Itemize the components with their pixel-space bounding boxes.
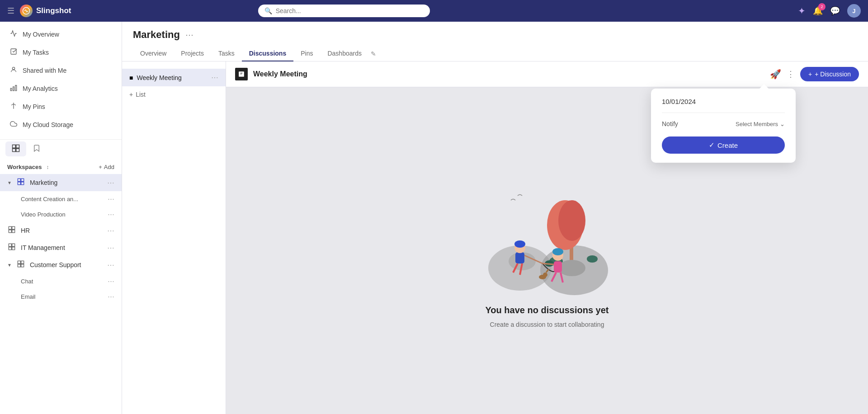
discussion-item-label: Weekly Meeting [137, 74, 208, 81]
svg-rect-5 [15, 85, 17, 91]
svg-rect-15 [12, 226, 15, 229]
svg-rect-3 [10, 88, 12, 90]
add-label: Add [104, 164, 114, 170]
chevron-down-icon: ⌄ [780, 121, 785, 127]
discussion-view-icon [235, 68, 248, 80]
workspace-topbar: Marketing ⋯ Overview Projects Tasks Disc… [122, 22, 868, 61]
ai-icon[interactable]: ✦ [798, 5, 806, 16]
chevron-down-icon: ▼ [7, 180, 12, 185]
popup-create-button[interactable]: ✓ Create [662, 136, 785, 154]
workspace-more-it[interactable]: ⋯ [107, 244, 114, 252]
discussion-header-more[interactable]: ⋮ [787, 69, 795, 79]
sidebar-item-cloud-label: My Cloud Storage [23, 121, 73, 128]
workspace-title: Marketing [133, 29, 180, 41]
search-input[interactable] [276, 7, 424, 14]
workspace-more-cs[interactable]: ⋯ [107, 261, 114, 269]
svg-rect-19 [12, 244, 15, 246]
add-workspace-button[interactable]: + Add [99, 164, 114, 170]
workspace-label-it: IT Management [21, 244, 103, 251]
discussion-item-more[interactable]: ⋯ [211, 73, 218, 82]
sidebar-item-cloud[interactable]: My Cloud Storage [0, 116, 122, 134]
svg-rect-11 [21, 179, 24, 181]
new-discussion-label: + Discussion [815, 71, 851, 78]
popup-select-members[interactable]: Select Members ⌄ [736, 121, 785, 127]
workspace-more-icon[interactable]: ⋯ [185, 30, 193, 40]
ws-tab-workspaces[interactable] [5, 141, 26, 156]
workspace-more-marketing[interactable]: ⋯ [107, 179, 114, 187]
sidebar-item-shared[interactable]: Shared with Me [0, 61, 122, 80]
svg-line-47 [542, 263, 554, 264]
workspace-label-marketing: Marketing [30, 179, 103, 186]
workspace-item-hr[interactable]: HR ⋯ [0, 222, 122, 239]
plus-icon: + [808, 71, 812, 78]
tab-pins[interactable]: Pins [293, 46, 320, 61]
workspace-item-it[interactable]: IT Management ⋯ [0, 239, 122, 256]
sub-item-chat[interactable]: Chat ⋯ [0, 273, 122, 289]
illustration [484, 173, 610, 300]
svg-rect-16 [9, 230, 11, 233]
svg-rect-37 [515, 252, 524, 263]
workspace-item-marketing[interactable]: ▼ Marketing ⋯ [0, 174, 122, 191]
tab-discussions[interactable]: Discussions [242, 46, 293, 61]
pins-icon [9, 102, 18, 111]
sub-item-email[interactable]: Email ⋯ [0, 289, 122, 304]
workspace-tabs [0, 141, 122, 160]
popup-arrow [760, 84, 769, 89]
svg-rect-17 [12, 230, 15, 233]
workspace-icon-marketing [16, 178, 25, 187]
tab-dashboards[interactable]: Dashboards [320, 46, 369, 61]
workspace-icon-hr [7, 226, 16, 235]
hamburger-icon[interactable]: ☰ [7, 6, 14, 16]
new-discussion-button[interactable]: + + Discussion [800, 67, 859, 81]
popup-divider [662, 113, 785, 113]
popup-notify-label: Notify [662, 120, 678, 127]
tab-tasks[interactable]: Tasks [211, 46, 242, 61]
sub-item-video-label: Video Production [21, 211, 66, 218]
workspaces-header: Workspaces ↕ + Add [0, 160, 122, 174]
svg-rect-44 [554, 261, 562, 273]
sub-more-video[interactable]: ⋯ [108, 210, 114, 218]
sidebar-item-pins[interactable]: My Pins [0, 98, 122, 116]
sort-icon[interactable]: ↕ [46, 164, 49, 170]
discussion-item-weekly[interactable]: ■ Weekly Meeting ⋯ [122, 69, 226, 86]
workspace-title-row: Marketing ⋯ [133, 29, 857, 41]
overview-icon [9, 30, 18, 39]
logo-area[interactable]: Slingshot [20, 5, 71, 17]
popup-date: 10/01/2024 [662, 98, 785, 105]
analytics-icon [9, 84, 18, 93]
rocket-icon[interactable]: 🚀 [770, 69, 781, 80]
ws-tab-bookmarks[interactable] [26, 141, 47, 156]
sidebar-item-overview[interactable]: My Overview [0, 25, 122, 43]
workspaces-label: Workspaces [7, 164, 42, 170]
chat-icon[interactable]: 💬 [830, 6, 840, 16]
workspace-more-hr[interactable]: ⋯ [107, 226, 114, 235]
sub-item-content-creation[interactable]: Content Creation an... ⋯ [0, 191, 122, 207]
discussion-view-title: Weekly Meeting [253, 70, 764, 78]
sidebar-item-analytics[interactable]: My Analytics [0, 80, 122, 98]
avatar[interactable]: J [847, 4, 861, 18]
svg-point-51 [543, 273, 547, 277]
svg-rect-6 [13, 145, 16, 148]
workspace-item-customer-support[interactable]: ▼ Customer Support ⋯ [0, 256, 122, 273]
svg-point-39 [514, 240, 525, 248]
sidebar-item-overview-label: My Overview [23, 31, 59, 38]
notification-badge: 2 [818, 3, 826, 10]
cloud-icon [9, 120, 18, 129]
svg-rect-21 [12, 247, 15, 250]
discussion-header: Weekly Meeting 🚀 ⋮ + + Discussion [226, 61, 868, 87]
add-list-button[interactable]: + List [122, 86, 226, 103]
sub-item-video-production[interactable]: Video Production ⋯ [0, 207, 122, 222]
svg-rect-14 [9, 226, 11, 229]
sub-more-email[interactable]: ⋯ [108, 292, 114, 301]
svg-rect-12 [18, 182, 20, 185]
tab-projects[interactable]: Projects [174, 46, 211, 61]
popup-card: 10/01/2024 Notify Select Members ⌄ ✓ Cre… [651, 89, 796, 163]
svg-point-32 [558, 200, 585, 241]
tab-overview[interactable]: Overview [133, 46, 174, 61]
sub-more-content[interactable]: ⋯ [108, 195, 114, 203]
edit-icon[interactable]: ✎ [371, 50, 376, 57]
sub-item-content-label: Content Creation an... [21, 196, 78, 202]
sub-more-chat[interactable]: ⋯ [108, 277, 114, 285]
sidebar-item-tasks[interactable]: My Tasks [0, 43, 122, 61]
notification-icon[interactable]: 🔔 2 [813, 6, 823, 16]
